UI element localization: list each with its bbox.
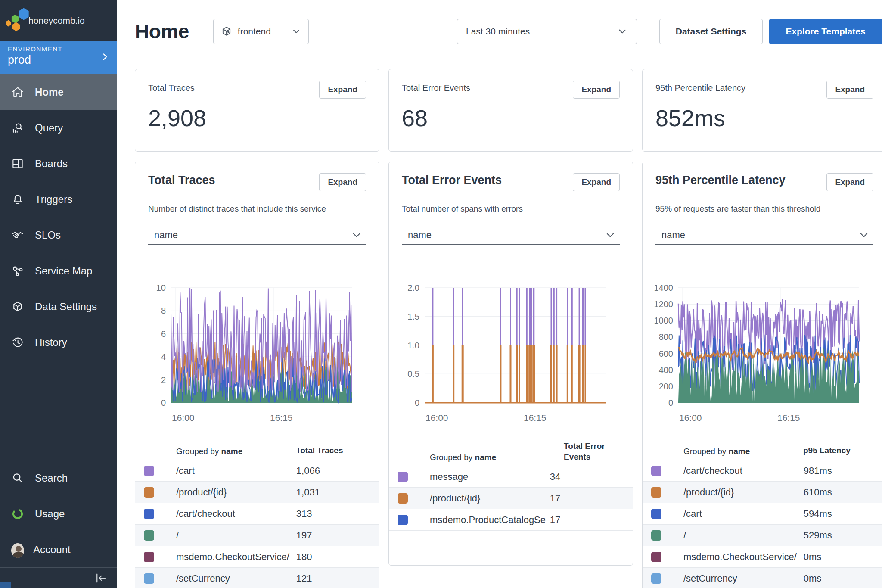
series-value: 121 bbox=[296, 573, 379, 584]
grouped-by-header: Grouped by name bbox=[389, 453, 564, 462]
sidebar-item-triggers[interactable]: Triggers bbox=[0, 181, 117, 217]
series-name: / bbox=[176, 530, 296, 541]
table-row[interactable]: /cart 594ms bbox=[643, 503, 882, 525]
logo-text: honeycomb.io bbox=[28, 16, 85, 26]
dataset-settings-button[interactable]: Dataset Settings bbox=[659, 19, 763, 44]
query-icon bbox=[11, 121, 24, 134]
series-name: /product/{id} bbox=[430, 493, 550, 504]
sidebar-item-history[interactable]: History bbox=[0, 324, 117, 360]
expand-button[interactable]: Expand bbox=[319, 173, 366, 191]
stat-card-value: 68 bbox=[402, 105, 620, 131]
environment-switcher[interactable]: ENVIRONMENT prod bbox=[0, 41, 117, 74]
sidebar-item-usage[interactable]: Usage bbox=[0, 496, 117, 532]
table-row[interactable]: msdemo.ProductCatalogSe 17 bbox=[389, 509, 633, 531]
table-row[interactable]: /setCurrency 0ms bbox=[643, 568, 882, 588]
group-by-select-value: name bbox=[408, 230, 432, 241]
expand-button[interactable]: Expand bbox=[826, 81, 873, 99]
svg-text:1400: 1400 bbox=[654, 283, 674, 292]
expand-button[interactable]: Expand bbox=[319, 81, 366, 99]
svg-text:16:15: 16:15 bbox=[524, 413, 547, 423]
table-row[interactable]: /product/{id} 17 bbox=[389, 488, 633, 509]
table-row[interactable]: /product/{id} 1,031 bbox=[135, 482, 379, 503]
series-name: msdemo.CheckoutService/ bbox=[683, 551, 804, 563]
stat-card-title: Total Error Events bbox=[402, 81, 470, 93]
group-by-select[interactable]: name bbox=[148, 227, 366, 245]
series-color-swatch bbox=[651, 530, 662, 541]
sidebar-item-label: Search bbox=[35, 472, 68, 484]
svg-text:4: 4 bbox=[161, 352, 166, 361]
group-by-select[interactable]: name bbox=[655, 227, 873, 245]
chat-widget[interactable] bbox=[0, 582, 11, 588]
svg-text:8: 8 bbox=[161, 306, 166, 315]
stat-card-value: 2,908 bbox=[148, 105, 366, 131]
series-name: /cart bbox=[683, 508, 804, 520]
svg-text:1000: 1000 bbox=[654, 316, 674, 325]
sidebar-item-query[interactable]: Query bbox=[0, 110, 117, 146]
history-icon bbox=[11, 336, 24, 349]
usage-icon bbox=[11, 507, 24, 520]
stat-card-value: 852ms bbox=[655, 105, 873, 131]
sidebar-item-boards[interactable]: Boards bbox=[0, 146, 117, 181]
table-row[interactable]: / 197 bbox=[135, 525, 379, 546]
series-value: 1,066 bbox=[296, 465, 379, 476]
sidebar: honeycomb.io ENVIRONMENT prod Home Query… bbox=[0, 0, 117, 588]
environment-label: ENVIRONMENT bbox=[8, 45, 111, 53]
expand-button[interactable]: Expand bbox=[826, 173, 873, 191]
series-value: 17 bbox=[550, 493, 633, 504]
series-name: /product/{id} bbox=[683, 487, 804, 498]
sidebar-item-data-settings[interactable]: Data Settings bbox=[0, 289, 117, 324]
chart-card-title: Total Error Events bbox=[402, 173, 502, 188]
total-error-events-chart[interactable]: 00.51.01.52.016:0016:15 bbox=[397, 283, 615, 425]
sidebar-item-search[interactable]: Search bbox=[0, 460, 117, 496]
table-row[interactable]: /product/{id} 610ms bbox=[643, 482, 882, 503]
svg-text:16:00: 16:00 bbox=[679, 413, 702, 423]
bell-icon bbox=[11, 193, 24, 206]
expand-button[interactable]: Expand bbox=[573, 173, 620, 191]
cube-icon bbox=[11, 300, 24, 313]
series-name: /cart/checkout bbox=[176, 508, 296, 520]
series-color-swatch bbox=[144, 552, 154, 562]
sidebar-item-account[interactable]: Account bbox=[0, 532, 117, 567]
p95-latency-chart[interactable]: 020040060080010001200140016:0016:15 bbox=[650, 283, 869, 425]
series-color-swatch bbox=[144, 509, 154, 519]
svg-text:0.5: 0.5 bbox=[407, 369, 419, 379]
series-color-swatch bbox=[144, 573, 154, 584]
handshake-icon bbox=[11, 229, 24, 242]
table-row[interactable]: message 34 bbox=[389, 466, 633, 488]
package-icon bbox=[220, 25, 233, 37]
sidebar-item-label: Query bbox=[35, 122, 63, 134]
sidebar-item-slos[interactable]: SLOs bbox=[0, 217, 117, 253]
total-traces-chart[interactable]: 024681016:0016:15 bbox=[143, 283, 362, 425]
stat-card-p95-latency: 95th Percentile Latency Expand 852ms bbox=[642, 69, 882, 152]
sidebar-item-label: Data Settings bbox=[35, 301, 97, 313]
boards-icon bbox=[11, 157, 24, 170]
explore-templates-button[interactable]: Explore Templates bbox=[769, 19, 882, 44]
series-name: /cart/checkout bbox=[683, 465, 804, 476]
sidebar-item-home[interactable]: Home bbox=[0, 74, 117, 110]
svg-text:2.0: 2.0 bbox=[407, 283, 419, 292]
svg-text:16:15: 16:15 bbox=[270, 413, 293, 423]
sidebar-item-service-map[interactable]: Service Map bbox=[0, 253, 117, 289]
collapse-sidebar-icon[interactable] bbox=[94, 572, 107, 585]
table-row[interactable]: msdemo.CheckoutService/ 180 bbox=[135, 546, 379, 568]
table-row[interactable]: / 529ms bbox=[643, 525, 882, 546]
expand-button[interactable]: Expand bbox=[573, 81, 620, 99]
group-by-select[interactable]: name bbox=[402, 227, 620, 245]
chart-card-title: 95th Percentile Latency bbox=[655, 173, 786, 188]
dataset-selector[interactable]: frontend bbox=[213, 19, 309, 44]
value-column-header: p95 Latency bbox=[803, 445, 882, 456]
honeycomb-logo-icon bbox=[5, 6, 28, 35]
table-row[interactable]: msdemo.CheckoutService/ 0ms bbox=[643, 546, 882, 568]
honeycomb-logo[interactable]: honeycomb.io bbox=[0, 0, 117, 41]
chevron-down-icon bbox=[617, 26, 628, 37]
series-name: msdemo.CheckoutService/ bbox=[176, 551, 296, 563]
table-row[interactable]: /cart/checkout 313 bbox=[135, 503, 379, 525]
svg-text:6: 6 bbox=[161, 329, 166, 339]
time-range-selector[interactable]: Last 30 minutes bbox=[457, 19, 637, 44]
chevron-down-icon bbox=[858, 229, 870, 241]
table-row[interactable]: /setCurrency 121 bbox=[135, 568, 379, 588]
series-color-swatch bbox=[651, 552, 662, 562]
series-value: 610ms bbox=[804, 487, 882, 498]
table-row[interactable]: /cart 1,066 bbox=[135, 460, 379, 482]
table-row[interactable]: /cart/checkout 981ms bbox=[643, 460, 882, 482]
